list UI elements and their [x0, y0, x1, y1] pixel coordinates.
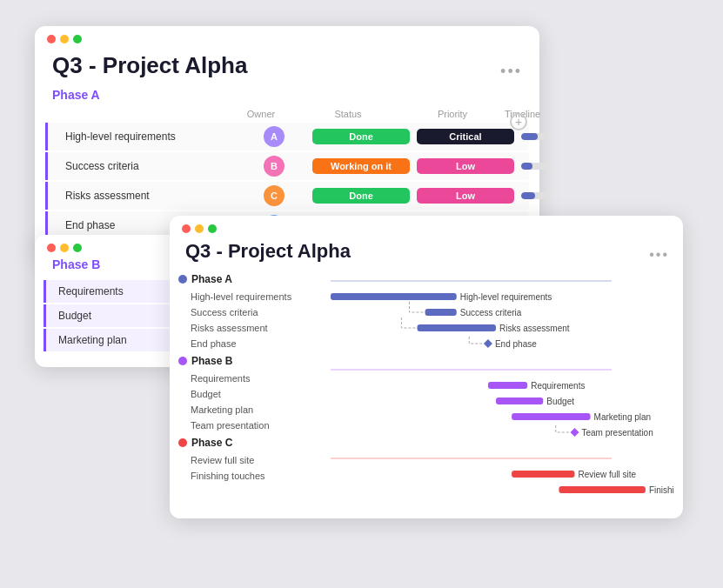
svg-rect-3	[425, 309, 457, 316]
svg-text:High-level requirements: High-level requirements	[460, 292, 552, 302]
add-column-button[interactable]: +	[510, 113, 527, 130]
svg-rect-10	[488, 382, 527, 389]
card1b-window: Phase B RequirementsBudgetMarketing plan	[35, 235, 191, 367]
svg-rect-19	[512, 471, 574, 478]
gantt-labels: Phase AHigh-level requirementsSuccess cr…	[178, 270, 318, 504]
gantt-svg: High-level requirementsSuccess criteriaR…	[318, 270, 674, 504]
svg-text:End phase: End phase	[495, 339, 537, 349]
gantt-task-label: Requirements	[178, 371, 311, 386]
window-controls-2	[170, 216, 683, 238]
timeline-bar	[521, 163, 549, 170]
timeline-bar	[521, 133, 549, 140]
maximize-dot	[73, 35, 82, 43]
task-row: Risks assessmentCDoneLow	[45, 182, 529, 210]
svg-text:Review full site: Review full site	[578, 470, 636, 479]
svg-text:Team presentation: Team presentation	[581, 428, 653, 438]
status-badge: Working on it	[312, 158, 410, 174]
gantt-task-label: Team presentation	[178, 418, 311, 433]
minimize-dot	[60, 35, 69, 43]
gantt-phase-header: Phase A	[178, 270, 311, 289]
task-name: Success criteria	[65, 160, 239, 172]
window-controls-1	[35, 26, 539, 49]
task-row: Success criteriaBWorking on itLow	[45, 152, 529, 180]
task-row: High-level requirementsADoneCritical	[45, 123, 529, 150]
card1-title: Q3 - Project Alpha	[35, 49, 539, 88]
gantt-task-label: Success criteria	[178, 304, 311, 320]
svg-text:Finishing: Finishing	[649, 485, 674, 495]
phase-b-item: Budget	[44, 304, 183, 327]
card2-title: Q3 - Project Alpha	[170, 238, 683, 270]
gantt-task-label: Risks assessment	[178, 320, 311, 336]
svg-text:Requirements: Requirements	[531, 381, 585, 391]
gantt-phase-label: Phase B	[191, 355, 232, 367]
phase-a-label: Phase A	[35, 88, 539, 109]
phase-b-item: Requirements	[44, 280, 183, 303]
gantt-task-label: High-level requirements	[178, 289, 311, 304]
table-header: Owner Status Priority Timeline	[35, 109, 539, 119]
svg-text:Risks assessment: Risks assessment	[499, 324, 570, 333]
minimize-dot-b	[60, 244, 69, 252]
minimize-dot-2	[195, 224, 204, 233]
svg-rect-1	[331, 293, 457, 300]
window-controls-1b	[35, 235, 191, 257]
phase-dot	[178, 438, 187, 447]
card2-more-button[interactable]: •••	[649, 247, 669, 263]
gantt-container: Phase AHigh-level requirementsSuccess cr…	[170, 270, 683, 504]
col-priority: Priority	[400, 109, 505, 119]
phase-b-items: RequirementsBudgetMarketing plan	[35, 280, 191, 351]
phase-b-item: Marketing plan	[44, 329, 183, 351]
priority-badge: Critical	[417, 129, 514, 144]
card2-window: Q3 - Project Alpha ••• Phase AHigh-level…	[170, 216, 683, 518]
gantt-task-label: Budget	[178, 386, 311, 402]
col-name	[52, 109, 226, 119]
timeline-bar	[521, 192, 549, 199]
maximize-dot-b	[73, 244, 82, 252]
svg-rect-12	[496, 398, 543, 404]
status-badge: Done	[312, 129, 410, 144]
phase-b-label: Phase B	[35, 257, 191, 278]
svg-text:Success criteria: Success criteria	[460, 308, 522, 317]
gantt-phase-header: Phase C	[178, 433, 311, 452]
svg-rect-5	[418, 324, 496, 331]
priority-badge: Low	[417, 158, 514, 174]
col-status: Status	[296, 109, 400, 119]
phase-dot	[178, 357, 187, 365]
svg-rect-14	[512, 413, 590, 420]
avatar: B	[264, 156, 285, 177]
avatar: C	[264, 185, 285, 206]
phase-dot	[178, 275, 187, 284]
gantt-phase-header: Phase B	[178, 351, 311, 371]
svg-marker-16	[570, 428, 579, 437]
svg-text:Budget: Budget	[546, 397, 574, 406]
close-dot	[47, 35, 56, 43]
svg-marker-7	[484, 339, 492, 348]
col-owner: Owner	[226, 109, 296, 119]
gantt-phase-label: Phase A	[191, 273, 232, 285]
gantt-task-label: Finishing touches	[178, 468, 311, 484]
gantt-task-label: Review full site	[178, 452, 311, 468]
close-dot-b	[47, 244, 56, 252]
status-badge: Done	[312, 188, 410, 204]
svg-rect-21	[559, 486, 646, 493]
avatar: A	[264, 126, 285, 147]
close-dot-2	[182, 224, 191, 233]
task-name: Risks assessment	[65, 190, 239, 202]
gantt-phase-label: Phase C	[191, 437, 232, 449]
task-name: High-level requirements	[65, 130, 239, 143]
priority-badge: Low	[417, 188, 514, 204]
maximize-dot-2	[208, 224, 217, 233]
svg-text:Marketing plan: Marketing plan	[594, 412, 652, 422]
card1-more-button[interactable]: •••	[500, 63, 522, 81]
gantt-task-label: Marketing plan	[178, 402, 311, 418]
gantt-task-label: End phase	[178, 336, 311, 351]
gantt-chart: High-level requirementsSuccess criteriaR…	[318, 270, 674, 504]
